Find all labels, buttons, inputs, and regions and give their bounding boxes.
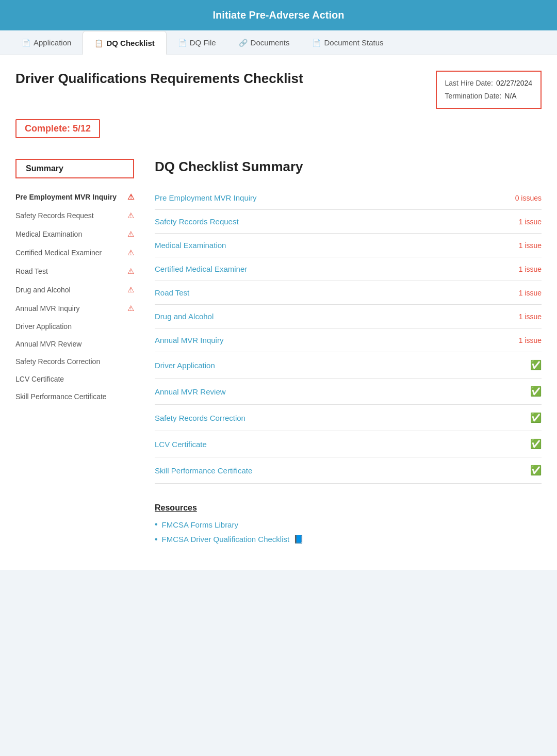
- summary-button[interactable]: Summary: [15, 159, 134, 178]
- sidebar-item-label-skill-performance-certificate: Skill Performance Certificate: [15, 392, 107, 401]
- sidebar-item-label-medical-examination: Medical Examination: [15, 230, 82, 238]
- documents-tab-icon: 🔗: [239, 39, 248, 47]
- sidebar-item-lcv-certificate[interactable]: LCV Certificate: [15, 370, 134, 388]
- checklist-row-certified-medical-examiner: Certified Medical Examiner1 issue: [155, 257, 542, 281]
- checklist-row-status-skill-performance-certificate: ✅: [530, 465, 542, 476]
- pre-adverse-action-banner[interactable]: Initiate Pre-Adverse Action: [0, 0, 557, 30]
- checklist-row-status-medical-examination: 1 issue: [519, 241, 542, 250]
- sidebar-item-pre-employment-mvr[interactable]: Pre Employment MVR Inquiry⚠: [15, 188, 134, 206]
- termination-row: Termination Date: N/A: [445, 90, 532, 103]
- checklist-row-safety-records-correction: Safety Records Correction✅: [155, 405, 542, 431]
- sidebar-item-label-safety-records-correction: Safety Records Correction: [15, 357, 100, 366]
- dq-checklist-tab-icon: 📋: [94, 39, 103, 47]
- complete-badge: Complete: 5/12: [15, 119, 100, 138]
- resource-bullet-fmcsa-forms-library: •: [155, 520, 158, 529]
- warning-icon-safety-records-request: ⚠: [127, 211, 134, 220]
- warning-icon-certified-medical-examiner: ⚠: [127, 248, 134, 257]
- tab-bar: 📄 Application 📋 DQ Checklist 📄 DQ File 🔗…: [0, 30, 557, 55]
- checklist-row-label-road-test[interactable]: Road Test: [155, 288, 189, 297]
- checklist-row-status-pre-employment-mvr: 0 issues: [515, 194, 542, 202]
- tab-documents[interactable]: 🔗 Documents: [227, 31, 301, 55]
- application-tab-icon: 📄: [22, 39, 30, 47]
- checklist-row-label-annual-mvr-inquiry[interactable]: Annual MVR Inquiry: [155, 336, 223, 344]
- checklist-row-label-medical-examination[interactable]: Medical Examination: [155, 241, 226, 250]
- page-header: Driver Qualifications Requirements Check…: [15, 71, 542, 109]
- sidebar-item-label-certified-medical-examiner: Certified Medical Examiner: [15, 249, 102, 257]
- checklist-row-status-safety-records-request: 1 issue: [519, 218, 542, 226]
- sidebar-item-label-annual-mvr-inquiry: Annual MVR Inquiry: [15, 304, 80, 313]
- sidebar-item-certified-medical-examiner[interactable]: Certified Medical Examiner⚠: [15, 243, 134, 262]
- checklist-row-status-road-test: 1 issue: [519, 289, 542, 297]
- tab-documents-label: Documents: [251, 38, 290, 47]
- warning-icon-pre-employment-mvr: ⚠: [127, 192, 134, 202]
- sidebar-item-annual-mvr-review[interactable]: Annual MVR Review: [15, 335, 134, 353]
- checklist-rows: Pre Employment MVR Inquiry0 issuesSafety…: [155, 186, 542, 484]
- sidebar-item-drug-and-alcohol[interactable]: Drug and Alcohol⚠: [15, 281, 134, 299]
- sidebar-item-skill-performance-certificate[interactable]: Skill Performance Certificate: [15, 388, 134, 405]
- sidebar-item-annual-mvr-inquiry[interactable]: Annual MVR Inquiry⚠: [15, 299, 134, 318]
- sidebar-item-label-pre-employment-mvr: Pre Employment MVR Inquiry: [15, 193, 117, 201]
- tab-application[interactable]: 📄 Application: [10, 31, 83, 55]
- resources-list: •FMCSA Forms Library•FMCSA Driver Qualif…: [155, 520, 542, 544]
- checklist-row-drug-and-alcohol: Drug and Alcohol1 issue: [155, 305, 542, 328]
- checklist-row-road-test: Road Test1 issue: [155, 281, 542, 305]
- resources-title: Resources: [155, 503, 542, 513]
- checklist-row-label-lcv-certificate[interactable]: LCV Certificate: [155, 440, 207, 449]
- dq-file-tab-icon: 📄: [178, 39, 187, 47]
- resource-link-fmcsa-forms-library[interactable]: FMCSA Forms Library: [162, 520, 238, 529]
- tab-document-status-label: Document Status: [324, 38, 383, 47]
- sidebar-item-safety-records-request[interactable]: Safety Records Request⚠: [15, 206, 134, 225]
- resource-link-fmcsa-dq-checklist[interactable]: FMCSA Driver Qualification Checklist: [162, 535, 290, 544]
- resource-item-fmcsa-forms-library: •FMCSA Forms Library: [155, 520, 542, 529]
- warning-icon-road-test: ⚠: [127, 267, 134, 276]
- main-content: Driver Qualifications Requirements Check…: [0, 55, 557, 570]
- checklist-row-status-annual-mvr-inquiry: 1 issue: [519, 336, 542, 344]
- banner-label: Initiate Pre-Adverse Action: [213, 9, 345, 21]
- checklist-row-label-skill-performance-certificate[interactable]: Skill Performance Certificate: [155, 466, 252, 475]
- termination-value: N/A: [504, 90, 516, 103]
- checklist-row-label-driver-application[interactable]: Driver Application: [155, 361, 215, 370]
- checklist-row-skill-performance-certificate: Skill Performance Certificate✅: [155, 457, 542, 484]
- sidebar-items: Pre Employment MVR Inquiry⚠Safety Record…: [15, 188, 134, 405]
- checklist-row-label-pre-employment-mvr[interactable]: Pre Employment MVR Inquiry: [155, 193, 257, 202]
- tab-document-status[interactable]: 📄 Document Status: [301, 31, 395, 55]
- sidebar-item-label-annual-mvr-review: Annual MVR Review: [15, 340, 81, 348]
- checklist-row-label-safety-records-request[interactable]: Safety Records Request: [155, 217, 239, 226]
- checklist-row-status-driver-application: ✅: [530, 359, 542, 371]
- sidebar: Summary Pre Employment MVR Inquiry⚠Safet…: [15, 159, 139, 549]
- checklist-row-status-drug-and-alcohol: 1 issue: [519, 313, 542, 321]
- checklist-row-label-annual-mvr-review[interactable]: Annual MVR Review: [155, 387, 226, 396]
- sidebar-item-driver-application[interactable]: Driver Application: [15, 318, 134, 335]
- checklist-row-label-safety-records-correction[interactable]: Safety Records Correction: [155, 414, 245, 422]
- tab-dq-checklist[interactable]: 📋 DQ Checklist: [83, 31, 166, 55]
- checklist-title: DQ Checklist Summary: [155, 159, 542, 175]
- checklist-row-label-certified-medical-examiner[interactable]: Certified Medical Examiner: [155, 265, 247, 273]
- last-hire-label: Last Hire Date:: [445, 77, 493, 90]
- checklist-row-status-safety-records-correction: ✅: [530, 412, 542, 423]
- checklist-row-annual-mvr-review: Annual MVR Review✅: [155, 379, 542, 405]
- resource-item-fmcsa-dq-checklist: •FMCSA Driver Qualification Checklist📘: [155, 534, 542, 544]
- checklist-row-driver-application: Driver Application✅: [155, 352, 542, 379]
- checklist-main: DQ Checklist Summary Pre Employment MVR …: [139, 159, 542, 549]
- resources-section: Resources •FMCSA Forms Library•FMCSA Dri…: [155, 498, 542, 544]
- sidebar-item-label-lcv-certificate: LCV Certificate: [15, 375, 64, 383]
- page-title: Driver Qualifications Requirements Check…: [15, 71, 303, 87]
- file-icon-fmcsa-dq-checklist: 📘: [293, 534, 304, 544]
- checklist-row-status-annual-mvr-review: ✅: [530, 386, 542, 397]
- content-layout: Summary Pre Employment MVR Inquiry⚠Safet…: [15, 159, 542, 549]
- tab-dq-checklist-label: DQ Checklist: [106, 39, 154, 47]
- checklist-row-annual-mvr-inquiry: Annual MVR Inquiry1 issue: [155, 328, 542, 352]
- warning-icon-annual-mvr-inquiry: ⚠: [127, 304, 134, 313]
- tab-dq-file[interactable]: 📄 DQ File: [167, 31, 227, 55]
- sidebar-item-label-driver-application: Driver Application: [15, 322, 72, 331]
- checklist-row-pre-employment-mvr: Pre Employment MVR Inquiry0 issues: [155, 186, 542, 210]
- checklist-row-lcv-certificate: LCV Certificate✅: [155, 431, 542, 457]
- sidebar-item-safety-records-correction[interactable]: Safety Records Correction: [15, 353, 134, 370]
- tab-dq-file-label: DQ File: [190, 38, 216, 47]
- document-status-tab-icon: 📄: [312, 39, 321, 47]
- sidebar-item-road-test[interactable]: Road Test⚠: [15, 262, 134, 281]
- sidebar-item-medical-examination[interactable]: Medical Examination⚠: [15, 225, 134, 243]
- checklist-row-safety-records-request: Safety Records Request1 issue: [155, 210, 542, 234]
- checklist-row-label-drug-and-alcohol[interactable]: Drug and Alcohol: [155, 312, 214, 321]
- tab-application-label: Application: [34, 38, 71, 47]
